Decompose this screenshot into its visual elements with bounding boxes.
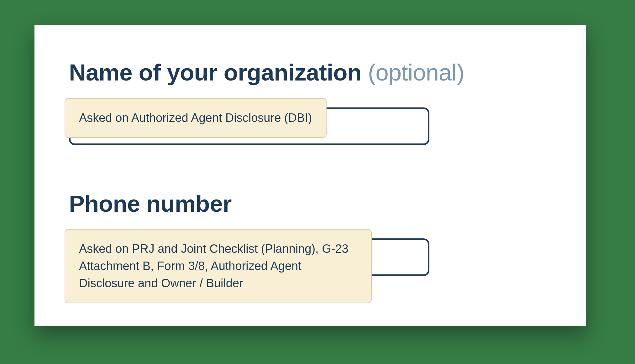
organization-label-text: Name of your organization (69, 59, 361, 86)
form-card: Name of your organization (optional) Ask… (34, 25, 586, 326)
organization-field: Name of your organization (optional) Ask… (69, 60, 558, 141)
phone-field: Phone number Asked on PRJ and Joint Chec… (69, 191, 558, 272)
phone-input-wrap: Asked on PRJ and Joint Checklist (Planni… (69, 231, 558, 272)
optional-badge: (optional) (368, 59, 464, 86)
phone-label-text: Phone number (69, 190, 232, 217)
page-stage: Name of your organization (optional) Ask… (0, 0, 635, 364)
phone-tooltip: Asked on PRJ and Joint Checklist (Planni… (65, 229, 372, 303)
organization-tooltip: Asked on Authorized Agent Disclosure (DB… (65, 98, 327, 138)
phone-label: Phone number (69, 191, 558, 217)
organization-input-wrap: Asked on Authorized Agent Disclosure (DB… (69, 100, 558, 141)
organization-label: Name of your organization (optional) (69, 60, 558, 86)
